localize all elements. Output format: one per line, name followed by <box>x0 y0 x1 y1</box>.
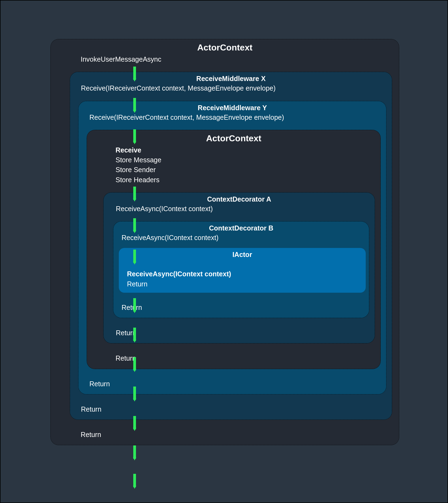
title-actorcontext-outer: ActorContext <box>51 39 399 54</box>
box-contextdecorator-a: ContextDecorator A ReceiveAsync(IContext… <box>103 192 375 344</box>
diagram-canvas: ActorContext InvokeUserMessageAsync Rece… <box>0 0 448 503</box>
label-decb-method: ReceiveAsync(IContext context) <box>122 233 366 242</box>
label-mwx-return: Return <box>81 404 386 414</box>
label-outer-return: Return <box>81 430 392 439</box>
label-mwx-method: Receive(IReceiverContext context, Messag… <box>81 83 386 93</box>
label-mwy-return: Return <box>89 379 381 389</box>
label-store-headers: Store Headers <box>116 175 375 185</box>
label-iactor-method: ReceiveAsync(IContext context) <box>127 269 362 279</box>
box-actorcontext-inner: ActorContext Receive Store Message Store… <box>87 130 381 369</box>
title-receivemiddleware-y: ReceiveMiddleware Y <box>78 101 386 112</box>
box-receivemiddleware-y: ReceiveMiddleware Y Receive(IReceiverCon… <box>78 101 386 394</box>
title-receivemiddleware-x: ReceiveMiddleware X <box>70 72 392 83</box>
label-invokeusermessageasync: InvokeUserMessageAsync <box>81 54 392 64</box>
label-store-sender: Store Sender <box>116 165 375 175</box>
box-iactor: IActor ReceiveAsync(IContext context) Re… <box>119 248 366 293</box>
label-mwy-method: Receive(IReceiverContext context, Messag… <box>89 112 381 122</box>
label-store-message: Store Message <box>116 155 375 165</box>
title-actorcontext-inner: ActorContext <box>87 130 380 145</box>
label-iactor-return: Return <box>127 279 362 289</box>
label-decb-return: Return <box>122 303 366 312</box>
title-iactor: IActor <box>119 248 366 259</box>
label-inner-receive: Receive <box>116 145 375 155</box>
title-contextdecorator-a: ContextDecorator A <box>104 193 375 204</box>
label-deca-return: Return <box>116 328 369 338</box>
label-deca-method: ReceiveAsync(IContext context) <box>116 204 369 214</box>
label-inner-return: Return <box>116 353 375 363</box>
title-contextdecorator-b: ContextDecorator B <box>113 221 369 233</box>
box-contextdecorator-b: ContextDecorator B ReceiveAsync(IContext… <box>113 221 369 318</box>
diagram-root: ActorContext InvokeUserMessageAsync Rece… <box>50 39 399 445</box>
box-actorcontext-outer: ActorContext InvokeUserMessageAsync Rece… <box>50 39 399 445</box>
box-receivemiddleware-x: ReceiveMiddleware X Receive(IReceiverCon… <box>70 72 392 420</box>
